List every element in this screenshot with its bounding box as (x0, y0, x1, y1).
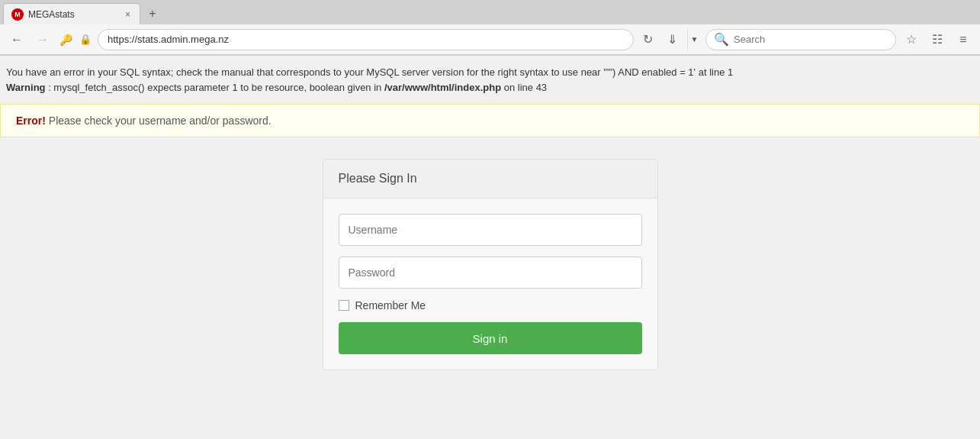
nav-bar: ← → 🔑 🔒 ↻ ⇓ ▼ 🔍 ☆ ☷ ≡ (0, 24, 980, 55)
page-content: You have an error in your SQL syntax; ch… (0, 56, 980, 439)
php-errors: You have an error in your SQL syntax; ch… (0, 62, 980, 98)
reading-list-button[interactable]: ☷ (927, 29, 948, 50)
signin-title: Please Sign In (339, 172, 417, 185)
warning-label: Warning (6, 82, 46, 93)
download-button[interactable]: ⇓ (661, 29, 683, 50)
tab-favicon: M (11, 8, 24, 21)
tab-title: MEGAstats (28, 9, 119, 20)
warning-suffix: on line (504, 82, 536, 93)
new-tab-button[interactable]: + (142, 3, 163, 24)
tab-bar: M MEGAstats × + (0, 0, 980, 24)
https-icon: 🔒 (78, 32, 93, 47)
signin-body: Remember Me Sign in (323, 199, 657, 370)
remember-checkbox[interactable] (339, 300, 349, 311)
reload-button[interactable]: ↻ (638, 31, 657, 49)
error-box-content: Error! Please check your username and/or… (16, 115, 272, 127)
menu-button[interactable]: ≡ (953, 29, 974, 50)
php-warning-line: Warning : mysql_fetch_assoc() expects pa… (6, 80, 974, 95)
password-input[interactable] (339, 257, 642, 289)
warning-line-num: 43 (536, 82, 547, 93)
error-label: Error! (16, 115, 46, 127)
error-box: Error! Please check your username and/or… (0, 104, 980, 137)
security-icon: 🔑 (58, 32, 73, 47)
search-bar: 🔍 (705, 29, 896, 50)
search-magnifier-icon: 🔍 (714, 32, 729, 47)
username-input[interactable] (339, 214, 642, 246)
bookmark-button[interactable]: ☆ (901, 29, 922, 50)
address-bar[interactable] (98, 29, 634, 50)
active-tab[interactable]: M MEGAstats × (3, 3, 140, 24)
signin-area: Please Sign In Remember Me Sign in (0, 144, 980, 370)
tab-close-button[interactable]: × (124, 9, 132, 20)
remember-row: Remember Me (339, 299, 642, 311)
remember-label: Remember Me (355, 299, 426, 311)
error-message: Please check your username and/or passwo… (49, 115, 272, 127)
signin-button[interactable]: Sign in (339, 322, 642, 354)
signin-panel: Please Sign In Remember Me Sign in (323, 159, 658, 370)
download-dropdown[interactable]: ▼ (687, 29, 701, 50)
search-input[interactable] (734, 34, 871, 45)
browser-chrome: M MEGAstats × + ← → 🔑 🔒 ↻ ⇓ ▼ 🔍 ☆ ☷ ≡ (0, 0, 980, 56)
warning-text: : mysql_fetch_assoc() expects parameter … (48, 82, 384, 93)
signin-header: Please Sign In (323, 160, 657, 199)
back-button[interactable]: ← (6, 29, 27, 50)
sql-error-line: You have an error in your SQL syntax; ch… (6, 65, 974, 80)
forward-button[interactable]: → (32, 29, 53, 50)
warning-path: /var/www/html/index.php (384, 82, 501, 93)
